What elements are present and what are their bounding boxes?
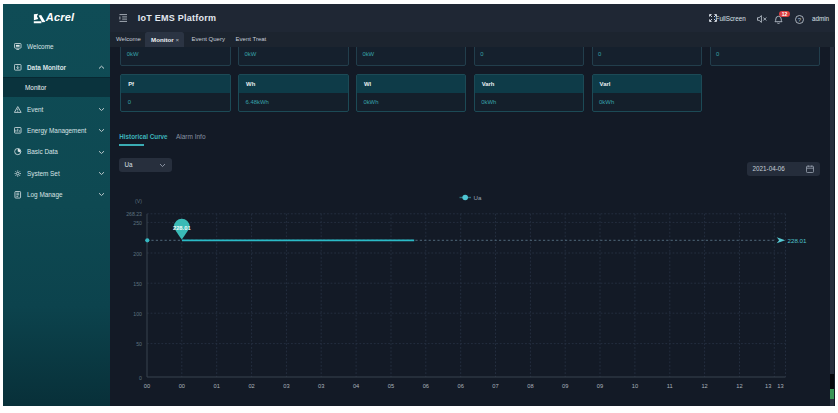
svg-text:228.01: 228.01	[173, 225, 192, 231]
svg-text:?: ?	[798, 17, 802, 23]
svg-text:100: 100	[133, 311, 142, 317]
svg-text:10: 10	[632, 383, 638, 389]
svg-text:0: 0	[139, 375, 142, 381]
svg-text:05: 05	[388, 383, 394, 389]
svg-text:00: 00	[144, 383, 150, 389]
svg-text:200: 200	[133, 251, 142, 257]
svg-text:06: 06	[458, 383, 464, 389]
svg-text:150: 150	[133, 281, 142, 287]
svg-text:13: 13	[765, 383, 771, 389]
svg-text:02: 02	[248, 383, 254, 389]
svg-text:12: 12	[701, 383, 707, 389]
svg-text:Ua: Ua	[474, 194, 482, 201]
svg-text:08: 08	[527, 383, 533, 389]
svg-text:01: 01	[214, 383, 220, 389]
svg-text:12: 12	[736, 383, 742, 389]
svg-text:11: 11	[667, 383, 673, 389]
svg-text:09: 09	[562, 383, 568, 389]
svg-text:Acrel: Acrel	[45, 11, 75, 23]
svg-text:268.23: 268.23	[126, 211, 142, 217]
svg-text:250: 250	[133, 220, 142, 226]
svg-text:07: 07	[492, 383, 498, 389]
svg-text:00: 00	[179, 383, 185, 389]
svg-text:03: 03	[318, 383, 324, 389]
svg-text:228.01: 228.01	[788, 237, 807, 244]
svg-text:(V): (V)	[135, 198, 142, 204]
svg-text:03: 03	[283, 383, 289, 389]
svg-text:06: 06	[423, 383, 429, 389]
svg-text:50: 50	[136, 341, 142, 347]
svg-text:09: 09	[597, 383, 603, 389]
svg-text:13: 13	[777, 383, 783, 389]
svg-text:04: 04	[353, 383, 359, 389]
